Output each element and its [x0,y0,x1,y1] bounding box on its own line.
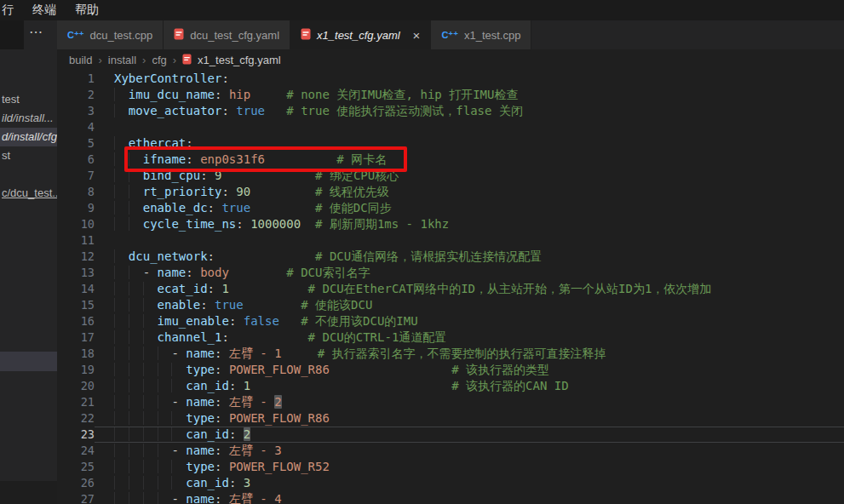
line-number: 16 [57,313,95,329]
tab-dcu_test-cpp[interactable]: C⁺⁺ dcu_test.cpp [57,20,164,49]
code-line[interactable]: 24 - name: 左臂 - 3 [57,443,844,459]
code-editor[interactable]: 1XyberController:2 imu_dcu_name: hip # n… [57,71,844,504]
code-text: imu_dcu_name: hip # none 关闭IMU检查, hip 打开… [95,87,844,103]
menu-bar: 行 终端 帮助 [0,0,844,20]
yaml-file-icon [301,28,311,43]
sidebar-header-block [0,20,24,49]
menu-item-help[interactable]: 帮助 [75,3,99,18]
line-number: 10 [57,216,95,232]
line-number: 13 [57,265,95,281]
line-number: 4 [57,119,95,135]
breadcrumb-file[interactable]: x1_test_cfg.yaml [198,54,281,66]
sidebar-header: ⋯ [0,20,57,49]
code-text: move_actuator: true # true 使能执行器运动测试，fla… [95,103,844,119]
code-line[interactable]: 6 ifname: enp0s31f6 # 网卡名 [57,152,844,168]
code-line[interactable]: 25 type: POWER_FLOW_R52 [57,459,844,475]
tab-x1_test-cpp[interactable]: C⁺⁺ x1_test.cpp [431,20,531,49]
code-text: enable_dc: true # 使能DC同步 [95,200,844,216]
code-text: dcu_network: # DCU通信网络，请根据实机连接情况配置 [95,249,844,265]
code-line[interactable]: 4 [57,119,844,135]
code-line[interactable]: 9 enable_dc: true # 使能DC同步 [57,200,844,216]
code-text: ecat_id: 1 # DCU在EtherCAT网络中的ID，从主站开始，第一… [95,281,844,297]
line-number: 17 [57,329,95,346]
code-line[interactable]: 13 - name: body # DCU索引名字 [57,265,844,281]
line-number: 22 [57,410,95,427]
code-text: ifname: enp0s31f6 # 网卡名 [95,152,844,168]
vscode-window: 行 终端 帮助 ⋯ test ild/install... d/install/… [0,0,844,504]
yaml-file-icon [174,28,184,43]
code-line[interactable]: 11 [57,232,844,249]
sidebar-highlight-row[interactable] [0,352,57,371]
code-text: XyberController: [95,71,844,87]
code-line[interactable]: 8 rt_priority: 90 # 线程优先级 [57,184,844,200]
list-item[interactable]: ild/install... [0,109,57,128]
code-text: - name: body # DCU索引名字 [95,265,844,281]
code-line[interactable]: 19 type: POWER_FLOW_R86 # 该执行器的类型 [57,362,844,378]
chevron-right-icon: › [173,54,176,66]
code-line[interactable]: 17 channel_1: # DCU的CTRL-1通道配置 [57,329,844,346]
code-line[interactable]: 14 ecat_id: 1 # DCU在EtherCAT网络中的ID，从主站开始… [57,281,844,297]
breadcrumb-item[interactable]: build [69,54,92,66]
code-text: type: POWER_FLOW_R86 # 该执行器的类型 [95,362,844,378]
line-number: 20 [57,378,95,394]
list-item[interactable]: st [0,146,57,165]
breadcrumb-item[interactable]: install [108,54,136,66]
code-text: ethercat: [95,135,844,152]
code-text [95,232,844,249]
code-text: can_id: 2 [95,427,844,443]
code-line[interactable]: 1XyberController: [57,71,844,87]
line-number: 1 [57,71,95,87]
line-number: 23 [57,427,95,443]
breadcrumb-item[interactable]: cfg [152,54,166,66]
code-line[interactable]: 15 enable: true # 使能该DCU [57,297,844,313]
code-text: type: POWER_FLOW_R86 [95,410,844,427]
menu-item-run[interactable]: 行 [2,3,14,18]
code-text [95,119,844,135]
cpp-file-icon: C⁺⁺ [67,30,84,41]
code-line[interactable]: 27 - name: 左臂 - 4 [57,491,844,504]
line-number: 5 [57,135,95,152]
code-line[interactable]: 22 type: POWER_FLOW_R86 [57,410,844,427]
code-line[interactable]: 21 - name: 左臂 - 2 [57,394,844,410]
list-item [0,165,57,184]
more-actions-icon[interactable]: ⋯ [29,24,43,40]
list-item[interactable]: test [0,90,57,109]
chevron-right-icon: › [98,54,101,66]
sidebar-bottom-panel [0,481,57,504]
code-line[interactable]: 5 ethercat: [57,135,844,152]
code-line[interactable]: 16 imu_enable: false # 不使用该DCU的IMU [57,313,844,329]
code-text: imu_enable: false # 不使用该DCU的IMU [95,313,844,329]
list-item-selected[interactable]: d/install/cfg [0,128,57,146]
code-text: - name: 左臂 - 1 # 执行器索引名字，不需要控制的执行器可直接注释掉 [95,346,844,362]
line-number: 9 [57,200,95,216]
code-text: - name: 左臂 - 3 [95,443,844,459]
code-line[interactable]: 3 move_actuator: true # true 使能执行器运动测试，f… [57,103,844,119]
close-icon[interactable]: × [413,29,421,42]
code-line[interactable]: 12 dcu_network: # DCU通信网络，请根据实机连接情况配置 [57,249,844,265]
line-number: 11 [57,232,95,249]
code-line[interactable]: 20 can_id: 1 # 该执行器的CAN ID [57,378,844,394]
code-line[interactable]: 2 imu_dcu_name: hip # none 关闭IMU检查, hip … [57,87,844,103]
code-text: - name: 左臂 - 4 [95,491,844,504]
code-line[interactable]: 26 can_id: 3 [57,475,844,491]
line-number: 14 [57,281,95,297]
line-number: 19 [57,362,95,378]
breadcrumb: build › install › cfg › x1_test_cfg.yaml [57,49,844,71]
code-line[interactable]: 7 bind_cpu: 9 # 绑定CPU核心 [57,168,844,184]
code-text: channel_1: # DCU的CTRL-1通道配置 [95,329,844,346]
sidebar-file-list: test ild/install... d/install/cfg st c/d… [0,90,57,203]
code-text: type: POWER_FLOW_R52 [95,459,844,475]
list-item[interactable]: c/dcu_test... [0,184,57,203]
tab-x1_test_cfg-yaml[interactable]: x1_test_cfg.yaml × [290,20,431,49]
code-text: rt_priority: 90 # 线程优先级 [95,184,844,200]
tab-dcu_test_cfg-yaml[interactable]: dcu_test_cfg.yaml [164,20,290,49]
line-number: 26 [57,475,95,491]
code-line[interactable]: 18 - name: 左臂 - 1 # 执行器索引名字，不需要控制的执行器可直接… [57,346,844,362]
line-number: 6 [57,152,95,168]
code-text: bind_cpu: 9 # 绑定CPU核心 [95,168,844,184]
code-line[interactable]: 23 can_id: 2 [57,427,844,443]
code-line[interactable]: 10 cycle_time_ns: 1000000 # 刷新周期1ms - 1k… [57,216,844,232]
menu-item-terminal[interactable]: 终端 [32,3,56,18]
line-number: 25 [57,459,95,475]
sidebar: ⋯ test ild/install... d/install/cfg st c… [0,20,57,504]
